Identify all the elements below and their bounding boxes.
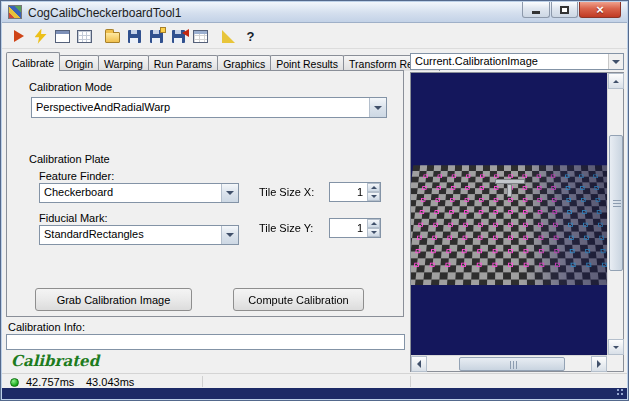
scroll-left-button[interactable] xyxy=(411,356,427,372)
image-selector-value: Current.CalibrationImage xyxy=(415,55,603,67)
fiducial-mark-combo[interactable]: StandardRectangles xyxy=(39,225,239,245)
app-window: CogCalibCheckerboardTool1 × ? Calibrate … xyxy=(0,0,629,401)
execution-time: 42.757ms xyxy=(26,376,74,388)
resize-grip[interactable] xyxy=(616,388,625,397)
grab-calibration-image-button[interactable]: Grab Calibration Image xyxy=(35,288,192,311)
help-button[interactable]: ? xyxy=(240,26,261,47)
tile-size-y-spinner xyxy=(367,219,380,237)
vertical-scroll-thumb[interactable] xyxy=(609,135,623,271)
spin-down-button[interactable] xyxy=(367,228,380,237)
set-square-icon xyxy=(222,30,235,43)
image-viewport[interactable] xyxy=(411,73,607,355)
chevron-down-icon xyxy=(612,60,620,64)
window-bottom-frame xyxy=(2,388,627,399)
origin-y-axis xyxy=(507,184,512,197)
tab-origin[interactable]: Origin xyxy=(59,55,99,71)
calibration-plate-label: Calibration Plate xyxy=(29,153,110,165)
scrollbar-corner xyxy=(607,355,623,371)
run-button[interactable] xyxy=(8,26,29,47)
tile-size-x-spinner xyxy=(367,183,380,201)
close-button[interactable]: × xyxy=(579,2,621,18)
scroll-up-button[interactable] xyxy=(608,73,624,89)
graphics-button[interactable] xyxy=(218,26,239,47)
calibration-info-label: Calibration Info: xyxy=(8,321,85,333)
total-time: 43.043ms xyxy=(86,376,134,388)
save-results-button[interactable] xyxy=(146,26,167,47)
minimize-icon xyxy=(532,11,540,14)
minimize-button[interactable] xyxy=(522,2,550,18)
image-grid-button[interactable] xyxy=(74,26,95,47)
maximize-icon xyxy=(560,6,569,14)
save-button[interactable] xyxy=(124,26,145,47)
tile-size-y-label: Tile Size Y: xyxy=(259,222,313,234)
chevron-down-icon xyxy=(371,195,377,198)
tile-size-x-spinbox xyxy=(329,182,381,202)
thumb-grip-icon xyxy=(613,200,621,201)
window-controls: × xyxy=(521,2,621,18)
save-icon xyxy=(128,30,141,43)
chevron-up-icon xyxy=(613,80,619,83)
vertical-scrollbar[interactable] xyxy=(607,73,623,355)
calibration-mode-combo[interactable]: PerspectiveAndRadialWarp xyxy=(31,97,387,118)
run-icon xyxy=(14,30,24,42)
chevron-down-icon xyxy=(374,106,382,110)
lightning-icon xyxy=(35,29,47,44)
scroll-right-button[interactable] xyxy=(591,356,607,372)
tab-run-params[interactable]: Run Params xyxy=(148,55,218,71)
tab-warping[interactable]: Warping xyxy=(98,55,149,71)
spin-up-button[interactable] xyxy=(367,219,380,228)
calibration-info-box[interactable] xyxy=(6,334,405,350)
chevron-down-icon xyxy=(613,346,619,349)
tab-point-results[interactable]: Point Results xyxy=(270,55,344,71)
image-selector-combo[interactable]: Current.CalibrationImage xyxy=(410,53,624,70)
status-divider xyxy=(410,376,411,387)
chevron-down-icon xyxy=(371,231,377,234)
horizontal-scrollbar[interactable] xyxy=(411,355,607,371)
maximize-button[interactable] xyxy=(551,2,578,18)
spin-down-button[interactable] xyxy=(367,192,380,201)
image-selector-dropdown-button[interactable] xyxy=(608,54,623,69)
app-icon xyxy=(8,5,22,19)
origin-axes-marker xyxy=(495,179,525,197)
fiducial-mark-value: StandardRectangles xyxy=(44,228,218,240)
compute-calibration-button[interactable]: Compute Calibration xyxy=(233,288,364,311)
scroll-down-button[interactable] xyxy=(608,339,624,355)
title-bar[interactable]: CogCalibCheckerboardTool1 × xyxy=(2,2,627,23)
fiducial-mark-dropdown-button[interactable] xyxy=(221,226,238,244)
import-button[interactable] xyxy=(168,26,189,47)
window-title: CogCalibCheckerboardTool1 xyxy=(28,6,181,20)
run-status-icon xyxy=(10,378,19,387)
status-divider xyxy=(202,376,203,387)
tab-calibrate[interactable]: Calibrate xyxy=(6,52,60,71)
save-badge-icon xyxy=(160,27,166,33)
calibrate-tab-panel: Calibration Mode PerspectiveAndRadialWar… xyxy=(6,70,404,317)
tab-graphics[interactable]: Graphics xyxy=(217,55,271,71)
open-button[interactable] xyxy=(102,26,123,47)
close-icon: × xyxy=(596,3,604,16)
chevron-left-icon xyxy=(417,360,421,368)
calibration-image-display xyxy=(410,72,624,372)
feature-finder-value: Checkerboard xyxy=(44,186,218,198)
chevron-right-icon xyxy=(597,360,601,368)
open-folder-icon xyxy=(105,32,120,43)
spin-up-button[interactable] xyxy=(367,183,380,192)
horizontal-scroll-thumb[interactable] xyxy=(459,357,565,371)
thumb-grip-icon xyxy=(510,361,511,369)
tile-size-x-label: Tile Size X: xyxy=(259,186,314,198)
calibration-mode-label: Calibration Mode xyxy=(29,81,112,93)
calibration-mode-dropdown-button[interactable] xyxy=(369,98,386,117)
results-table-icon xyxy=(193,30,208,43)
results-table-button[interactable] xyxy=(190,26,211,47)
fiducial-mark-label: Fiducial Mark: xyxy=(39,212,107,224)
feature-finder-dropdown-button[interactable] xyxy=(221,184,238,202)
toolbar: ? xyxy=(2,24,627,49)
electric-run-button[interactable] xyxy=(30,26,51,47)
tab-strip: Calibrate Origin Warping Run Params Grap… xyxy=(6,53,439,71)
help-icon: ? xyxy=(247,29,255,44)
import-arrow-icon xyxy=(182,29,189,37)
image-window-button[interactable] xyxy=(52,26,73,47)
feature-finder-label: Feature Finder: xyxy=(39,170,114,182)
status-bar: 42.757ms 43.043ms xyxy=(2,373,627,389)
feature-finder-combo[interactable]: Checkerboard xyxy=(39,183,239,203)
grid-icon xyxy=(77,30,92,43)
